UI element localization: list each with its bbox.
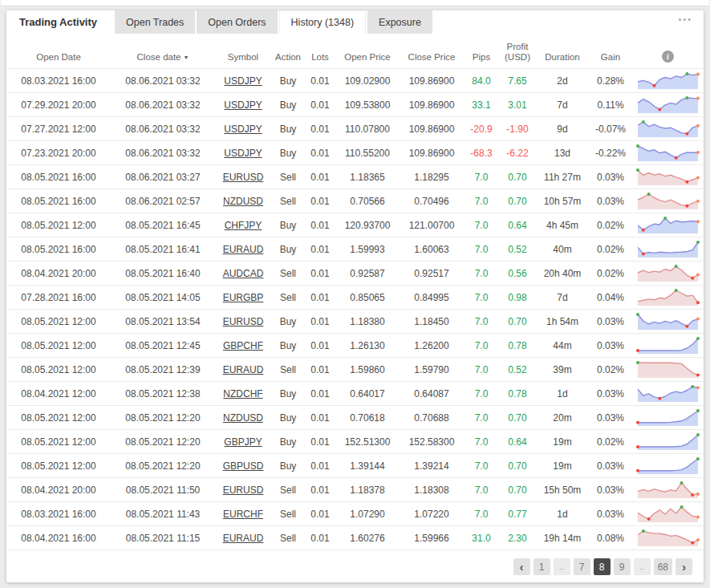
symbol-link[interactable]: CHFJPY xyxy=(225,220,262,231)
page-button-9[interactable]: 9 xyxy=(614,558,631,575)
symbol-link[interactable]: GBPCHF xyxy=(223,340,263,351)
page-button-1[interactable]: 1 xyxy=(534,558,550,575)
sparkline-container xyxy=(636,384,700,403)
cell-profit: 0.52 xyxy=(499,358,536,382)
last-dot xyxy=(696,317,700,320)
column-header-open_price: Open Price xyxy=(335,34,400,69)
cell-open_price: 0.64017 xyxy=(335,382,400,406)
cell-action: Sell xyxy=(271,526,305,550)
min-dot xyxy=(652,83,655,87)
cell-action: Buy xyxy=(271,93,305,117)
symbol-link[interactable]: NZDUSD xyxy=(223,412,263,424)
max-dot xyxy=(647,193,650,196)
symbol-link[interactable]: USDJPY xyxy=(224,99,262,111)
min-dot xyxy=(685,180,688,183)
cell-pips: 33.1 xyxy=(464,93,499,117)
symbol-link[interactable]: AUDCAD xyxy=(223,268,264,279)
symbol-link[interactable]: NZDUSD xyxy=(223,196,263,207)
cell-chart xyxy=(632,262,704,286)
tab-exposure[interactable]: Exposure xyxy=(367,10,432,34)
cell-pips: 7.0 xyxy=(464,310,499,334)
trade-sparkline-sell xyxy=(636,505,700,524)
tab-open-orders[interactable]: Open Orders xyxy=(197,10,277,34)
symbol-link[interactable]: EURAUD xyxy=(223,364,264,375)
cell-open_price: 110.55200 xyxy=(335,141,400,165)
cell-chart xyxy=(632,237,704,262)
cell-chart xyxy=(632,382,704,406)
cell-lots: 0.01 xyxy=(305,430,335,454)
min-dot xyxy=(696,301,700,304)
cell-gain: 0.03% xyxy=(589,165,632,189)
page-button-8[interactable]: 8 xyxy=(594,558,611,575)
cell-action: Buy xyxy=(271,406,305,430)
cell-duration: 9d xyxy=(536,117,589,141)
max-dot xyxy=(636,361,639,364)
symbol-link[interactable]: EURUSD xyxy=(223,485,264,496)
cell-lots: 0.01 xyxy=(305,454,335,478)
column-header-profit: Profit(USD) xyxy=(499,34,536,69)
page-button-68[interactable]: 68 xyxy=(654,558,672,575)
cell-profit: 0.77 xyxy=(499,502,536,526)
trade-sparkline-sell xyxy=(636,264,700,283)
cell-duration: 20h 40m xyxy=(536,262,589,286)
column-header-open_date: Open Date xyxy=(6,34,111,69)
cell-action: Buy xyxy=(271,310,305,334)
table-row: 08.04.2021 20:0008.05.2021 11:50EURUSDSe… xyxy=(6,478,704,502)
symbol-link[interactable]: EURUSD xyxy=(223,316,264,327)
cell-profit: 0.64 xyxy=(499,213,536,237)
cell-gain: -0.07% xyxy=(589,117,632,141)
max-dot xyxy=(696,409,700,412)
cell-open_price: 1.60276 xyxy=(335,526,400,550)
more-menu-icon[interactable]: ••• xyxy=(678,14,692,24)
cell-open_price: 120.93700 xyxy=(335,213,400,237)
cell-profit: 0.56 xyxy=(499,262,536,286)
symbol-link[interactable]: GBPJPY xyxy=(224,436,262,448)
cell-open_date: 08.05.2021 16:00 xyxy=(6,237,111,262)
column-header-close_date[interactable]: Close date▼ xyxy=(111,34,215,69)
cell-gain: 0.28% xyxy=(589,69,632,93)
cell-symbol: EURAUD xyxy=(215,237,271,262)
tab-history-1348[interactable]: History (1348) xyxy=(279,10,367,34)
symbol-link[interactable]: EURGBP xyxy=(223,292,264,303)
sparkline-container xyxy=(636,529,700,548)
symbol-link[interactable]: USDJPY xyxy=(224,124,262,135)
trade-sparkline-buy xyxy=(636,336,700,355)
symbol-link[interactable]: EURAUD xyxy=(223,533,264,544)
cell-open_date: 08.03.2021 16:00 xyxy=(6,69,111,93)
cell-profit: -6.22 xyxy=(499,141,536,165)
sparkline-container xyxy=(636,95,700,115)
tab-open-trades[interactable]: Open Trades xyxy=(115,10,195,34)
cell-close_date: 08.05.2021 14:05 xyxy=(111,286,215,310)
cell-open_date: 08.03.2021 16:00 xyxy=(6,502,111,526)
cell-symbol: USDJPY xyxy=(215,93,271,117)
table-row: 07.27.2021 12:0008.06.2021 03:32USDJPYBu… xyxy=(6,117,704,141)
cell-close_date: 08.05.2021 12:39 xyxy=(111,358,215,382)
trade-sparkline-sell xyxy=(636,529,700,548)
cell-duration: 44m xyxy=(536,334,589,358)
page-button-7[interactable]: 7 xyxy=(574,558,590,575)
min-dot xyxy=(658,396,661,399)
table-row: 08.03.2021 16:0008.05.2021 11:43EURCHFSe… xyxy=(6,502,704,526)
symbol-link[interactable]: USDJPY xyxy=(224,75,262,87)
symbol-link[interactable]: EURCHF xyxy=(223,509,263,520)
symbol-link[interactable]: GBPUSD xyxy=(223,460,264,472)
cell-pips: 7.0 xyxy=(464,382,499,406)
symbol-link[interactable]: USDJPY xyxy=(224,148,262,159)
cell-close_price: 0.70688 xyxy=(400,406,464,430)
symbol-link[interactable]: NZDCHF xyxy=(223,388,262,399)
next-page-button[interactable]: › xyxy=(676,558,692,575)
cell-lots: 0.01 xyxy=(305,502,335,526)
cell-pips: 31.0 xyxy=(464,526,499,550)
max-dot xyxy=(641,529,644,533)
cell-profit: 2.30 xyxy=(499,526,536,550)
cell-lots: 0.01 xyxy=(305,93,335,117)
cell-chart xyxy=(632,189,704,213)
prev-page-button[interactable]: ‹ xyxy=(513,558,530,575)
min-dot xyxy=(658,107,661,111)
table-row: 08.05.2021 12:0008.05.2021 12:20GBPJPYBu… xyxy=(6,430,704,454)
cell-symbol: EURCHF xyxy=(215,502,271,526)
cell-close_date: 08.05.2021 11:50 xyxy=(111,478,215,502)
info-icon[interactable]: i xyxy=(662,51,674,63)
symbol-link[interactable]: EURAUD xyxy=(223,244,264,255)
symbol-link[interactable]: EURUSD xyxy=(223,172,264,183)
